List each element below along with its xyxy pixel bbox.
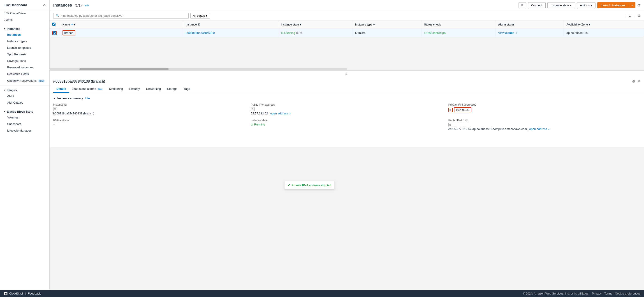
- table-scroll[interactable]: Name ✏ ▾ Instance ID Instance state ▾ In…: [50, 21, 644, 68]
- private-ipv4-highlight: 10.4.0.231: [454, 107, 472, 112]
- summary-grid: Instance ID ⧉ i-008818ba33c840138 (branc…: [53, 103, 640, 131]
- edit-name-icon[interactable]: ✏: [71, 23, 73, 26]
- tab-security[interactable]: Security: [126, 85, 143, 93]
- open-dns-link[interactable]: open address: [529, 127, 547, 131]
- launch-button-group: Launch instances ▾: [597, 2, 636, 8]
- summary-info-link[interactable]: Info: [85, 97, 90, 100]
- terms-link[interactable]: Terms: [604, 292, 612, 295]
- sidebar-item-spot-requests[interactable]: Spot Requests: [4, 51, 50, 58]
- public-dns-label: Public IPv4 DNS: [448, 119, 640, 122]
- privacy-link[interactable]: Privacy: [592, 292, 602, 295]
- add-alarm-icon[interactable]: +: [516, 31, 518, 34]
- copy-instance-id-icon[interactable]: ⧉: [53, 107, 57, 111]
- sidebar-item-savings-plans[interactable]: Savings Plans: [4, 58, 50, 64]
- sidebar-section-ebs[interactable]: ▼ Elastic Block Store: [0, 108, 50, 114]
- state-running-badge: ⊙ Running: [251, 123, 265, 126]
- instance-state-label: Instance state: [251, 119, 443, 122]
- zoom-icons: ⊕ ⊖: [296, 31, 302, 35]
- page-title: Instances: [53, 3, 72, 8]
- detail-settings-icon[interactable]: ⚙: [632, 79, 635, 84]
- settings-icon[interactable]: ⚙: [637, 3, 640, 8]
- launch-instances-button[interactable]: Launch instances: [597, 2, 629, 8]
- sidebar-item-events[interactable]: Events: [0, 16, 50, 23]
- info-link[interactable]: Info: [84, 4, 89, 7]
- tab-tags[interactable]: Tags: [180, 85, 193, 93]
- ebs-arrow-icon: ▼: [4, 110, 6, 113]
- sidebar-item-launch-templates[interactable]: Launch Templates: [4, 44, 50, 51]
- feedback-button[interactable]: Feedback: [28, 292, 40, 295]
- zoom-out-icon[interactable]: ⊖: [300, 31, 302, 35]
- th-instance-type: Instance type ▾: [352, 21, 421, 28]
- sidebar-close-button[interactable]: ✕: [43, 3, 46, 7]
- scrollbar-thumb[interactable]: [80, 68, 168, 70]
- tab-status-alarms[interactable]: Status and alarms New: [69, 85, 106, 93]
- detail-close-icon[interactable]: ✕: [638, 79, 640, 84]
- instance-state-button[interactable]: Instance state ▾: [548, 2, 575, 8]
- footer: ▣ CloudShell | Feedback © 2024, Amazon W…: [0, 290, 644, 297]
- table-settings-icon[interactable]: ⚙: [637, 14, 640, 18]
- prev-page-button[interactable]: ‹: [624, 14, 628, 18]
- sidebar-item-volumes[interactable]: Volumes: [4, 114, 50, 121]
- cookie-link[interactable]: Cookie preferences: [615, 292, 640, 295]
- instance-state-value: ⊙ Running: [251, 123, 443, 126]
- actions-button[interactable]: Actions ▾: [577, 2, 596, 8]
- th-instance-id: Instance ID: [183, 21, 278, 28]
- sidebar-item-snapshots[interactable]: Snapshots: [4, 121, 50, 127]
- scrollbar-track: [50, 68, 347, 70]
- type-sort-icon[interactable]: ▾: [373, 23, 375, 26]
- name-sort-icon[interactable]: ▾: [74, 23, 75, 26]
- connect-button[interactable]: Connect: [528, 2, 546, 8]
- table-row[interactable]: branch i-008818ba33c840138 ⊙ Running: [50, 28, 644, 38]
- sidebar-item-dedicated-hosts[interactable]: Dedicated Hosts: [4, 71, 50, 77]
- instances-arrow-icon: ▼: [4, 28, 6, 30]
- tab-storage[interactable]: Storage: [164, 85, 181, 93]
- az-sort-icon[interactable]: ▾: [589, 23, 590, 26]
- sidebar-section-images[interactable]: ▼ Images: [0, 87, 50, 93]
- sidebar-ebs-subsection: Volumes Snapshots Lifecycle Manager: [0, 114, 50, 134]
- open-address-link[interactable]: open address: [270, 112, 288, 115]
- select-all-checkbox[interactable]: [52, 22, 56, 26]
- sidebar-title: EC2 Dashboard: [4, 3, 27, 7]
- tab-networking[interactable]: Networking: [143, 85, 164, 93]
- instances-table-area: Name ✏ ▾ Instance ID Instance state ▾ In…: [50, 21, 644, 70]
- search-input[interactable]: [61, 14, 186, 18]
- copy-public-ipv4-icon[interactable]: ⧉: [251, 107, 254, 111]
- states-dropdown[interactable]: All states ▾: [190, 13, 210, 19]
- detail-header: i-008818ba33c840138 (branch) ⚙ ✕: [50, 77, 644, 84]
- sidebar-item-capacity-reservations[interactable]: Capacity Reservations New: [4, 77, 50, 84]
- row-status-cell: ⊙ 2/2 checks pa: [421, 28, 495, 38]
- sidebar-item-ami-catalog[interactable]: AMI Catalog: [4, 99, 50, 106]
- view-alarms-link[interactable]: View alarms: [498, 31, 514, 34]
- summary-arrow-icon: ▼: [53, 97, 56, 100]
- instance-id-link[interactable]: i-008818ba33c840138: [186, 31, 215, 34]
- sidebar-item-reserved-instances[interactable]: Reserved Instances: [4, 64, 50, 71]
- next-page-button[interactable]: ›: [632, 14, 636, 18]
- tab-details[interactable]: Details: [53, 85, 69, 93]
- sidebar-section-instances[interactable]: ▼ Instances: [0, 25, 50, 31]
- row-checkbox[interactable]: [53, 31, 56, 34]
- instances-table: Name ✏ ▾ Instance ID Instance state ▾ In…: [50, 21, 644, 38]
- tooltip-check-icon: ✔: [288, 184, 290, 187]
- detail-drag-handle[interactable]: ≡: [50, 71, 644, 77]
- th-availability-zone: Availability Zone ▾: [564, 21, 644, 28]
- copy-private-ipv4-icon[interactable]: ⧉: [448, 108, 453, 112]
- external-dns-link-icon: ↗: [548, 128, 550, 130]
- filterbar: 🔍 All states ▾ ‹ 1 › ⚙: [50, 11, 644, 21]
- search-box[interactable]: 🔍: [53, 13, 189, 19]
- zoom-in-icon[interactable]: ⊕: [296, 31, 299, 35]
- sidebar-item-amis[interactable]: AMIs: [4, 93, 50, 99]
- copy-public-dns-icon[interactable]: ⧉: [448, 123, 452, 127]
- refresh-button[interactable]: ⟳: [518, 2, 526, 8]
- th-name: Name ✏ ▾: [60, 21, 183, 28]
- detail-header-icons: ⚙ ✕: [632, 79, 640, 84]
- launch-instances-split-button[interactable]: ▾: [629, 2, 636, 8]
- instance-name-highlight: branch: [62, 30, 75, 36]
- state-sort-icon[interactable]: ▾: [300, 23, 301, 26]
- tab-monitoring[interactable]: Monitoring: [106, 85, 126, 93]
- sidebar-item-instance-types[interactable]: Instance Types: [4, 38, 50, 44]
- sidebar-item-lifecycle-manager[interactable]: Lifecycle Manager: [4, 127, 50, 134]
- horizontal-scrollbar[interactable]: [50, 68, 644, 70]
- sidebar-item-instances[interactable]: Instances: [4, 31, 50, 38]
- cloudshell-button[interactable]: CloudShell: [9, 292, 24, 295]
- sidebar-item-ec2-global-view[interactable]: EC2 Global View: [0, 10, 50, 16]
